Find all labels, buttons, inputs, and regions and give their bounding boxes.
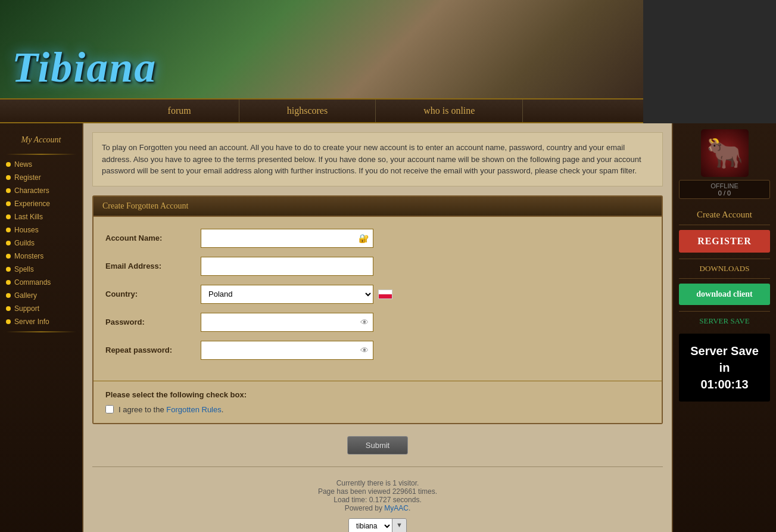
theme-select[interactable]: tibiana: [349, 519, 392, 533]
sidebar-dot-news: [6, 162, 11, 167]
sidebar-label-experience: Experience: [14, 200, 50, 208]
footer-visitors: Currently there is 1 visitor.: [104, 479, 651, 487]
server-save-line2: in: [685, 359, 764, 376]
sidebar-item-monsters[interactable]: Monsters: [0, 250, 82, 263]
sidebar-label-spells: Spells: [14, 265, 34, 273]
status-label: OFFLINE: [681, 182, 768, 189]
nav-highscores-item[interactable]: highscores: [239, 99, 376, 122]
repeat-password-eye-icon: 👁: [360, 346, 369, 355]
sidebar-item-register[interactable]: Register: [0, 171, 82, 184]
password-wrapper: 👁: [201, 313, 373, 332]
theme-selector[interactable]: tibiana ▼: [348, 518, 407, 533]
account-name-wrapper: 🔐: [201, 229, 373, 248]
server-save-line1: Server Save: [685, 343, 764, 359]
agree-text: I agree to the Forgotten Rules.: [119, 405, 223, 414]
sidebar-item-commands[interactable]: Commands: [0, 276, 82, 289]
sidebar-item-houses[interactable]: Houses: [0, 223, 82, 237]
sidebar-item-characters[interactable]: Characters: [0, 184, 82, 197]
account-name-label: Account Name:: [105, 234, 201, 242]
sidebar-dot-server-info: [6, 319, 11, 324]
sidebar-label-support: Support: [14, 304, 39, 313]
sidebar-dot-houses: [6, 228, 11, 232]
repeat-password-row: Repeat password: 👁: [105, 341, 650, 360]
sidebar-dot-spells: [6, 267, 11, 272]
poland-flag-icon: [378, 290, 392, 299]
sidebar-label-gallery: Gallery: [14, 291, 37, 300]
status-bar: OFFLINE 0 / 0: [679, 180, 770, 199]
sidebar-dot-gallery: [6, 293, 11, 298]
character-avatar: 🐂: [701, 129, 749, 177]
sidebar-item-support[interactable]: Support: [0, 302, 82, 315]
nav-who-online-item[interactable]: who is online: [376, 99, 523, 122]
sidebar-dot-register: [6, 175, 11, 180]
main-content: To play on Forgotten you need an account…: [83, 123, 672, 532]
sidebar-bottom-divider: [6, 331, 76, 332]
sidebar-label-commands: Commands: [14, 278, 51, 287]
sidebar-item-server-info[interactable]: Server Info: [0, 315, 82, 328]
sidebar-label-monsters: Monsters: [14, 252, 43, 260]
sidebar-label-houses: Houses: [14, 226, 39, 234]
sidebar-top-divider: [6, 154, 76, 155]
sidebar-dot-experience: [6, 201, 11, 206]
account-name-input[interactable]: [201, 229, 373, 248]
country-select[interactable]: PolandUnited StatesGermanyFranceBrazilUn…: [201, 285, 373, 304]
sidebar-item-guilds[interactable]: Guilds: [0, 237, 82, 250]
intro-text: To play on Forgotten you need an account…: [92, 132, 663, 186]
theme-dropdown-arrow[interactable]: ▼: [392, 519, 406, 533]
rules-link[interactable]: Forgotten Rules: [166, 405, 222, 414]
header-banner: Tibiana: [0, 0, 643, 98]
password-eye-icon: 👁: [360, 318, 369, 327]
create-account-form: Create Forgotten Account Account Name: 🔐…: [92, 195, 663, 424]
password-row: Password: 👁: [105, 313, 650, 332]
account-name-row: Account Name: 🔐: [105, 229, 650, 248]
nav-forum-item[interactable]: forum: [120, 99, 239, 122]
sidebar-label-server-info: Server Info: [14, 318, 49, 326]
sidebar-item-experience[interactable]: Experience: [0, 197, 82, 210]
password-input[interactable]: [201, 313, 373, 332]
sidebar-dot-last-kills: [6, 214, 11, 219]
site-logo: Tibiana: [12, 43, 157, 92]
email-label: Email Address:: [105, 262, 201, 270]
sidebar-dot-support: [6, 306, 11, 311]
myaac-link[interactable]: MyAAC: [384, 504, 409, 512]
submit-button[interactable]: Submit: [347, 436, 408, 455]
right-panel: 🐂 OFFLINE 0 / 0 Create Account Register …: [672, 123, 776, 532]
sidebar-label-guilds: Guilds: [14, 239, 35, 247]
sidebar-label-news: News: [14, 160, 32, 169]
form-title: Create Forgotten Account: [94, 197, 662, 217]
navigation: forum highscores who is online: [0, 98, 643, 123]
sidebar-dot-commands: [6, 280, 11, 285]
server-save-title: Server Save: [679, 311, 770, 331]
downloads-title: Downloads: [679, 259, 770, 279]
footer-load-time: Load time: 0.1727 seconds.: [104, 496, 651, 504]
sidebar-dot-characters: [6, 188, 11, 193]
repeat-password-wrapper: 👁: [201, 341, 373, 360]
agree-checkbox[interactable]: [105, 405, 114, 413]
checkbox-section-title: Please select the following check box:: [105, 390, 650, 399]
sidebar-item-news[interactable]: News: [0, 158, 82, 171]
country-label: Country:: [105, 290, 201, 298]
character-avatar-icon: 🐂: [706, 136, 743, 170]
account-name-icon: 🔐: [359, 234, 369, 243]
register-button[interactable]: Register: [679, 230, 770, 253]
sidebar-item-gallery[interactable]: Gallery: [0, 289, 82, 302]
email-wrapper: [201, 257, 373, 276]
password-label: Password:: [105, 318, 201, 326]
sidebar: My Account News Register Characters Expe…: [0, 123, 83, 532]
create-account-panel-title: Create Account: [679, 205, 770, 225]
sidebar-label-register: Register: [14, 173, 41, 182]
server-save-countdown: Server Save in 01:00:13: [679, 334, 770, 402]
checkbox-section: Please select the following check box: I…: [94, 381, 662, 423]
sidebar-label-characters: Characters: [14, 186, 49, 195]
status-count: 0 / 0: [681, 189, 768, 197]
email-input[interactable]: [201, 257, 373, 276]
footer-views: Page has been viewed 229661 times.: [104, 487, 651, 496]
sidebar-item-spells[interactable]: Spells: [0, 263, 82, 276]
footer-powered: Powered by MyAAC.: [104, 504, 651, 512]
sidebar-item-last-kills[interactable]: Last Kills: [0, 210, 82, 223]
repeat-password-input[interactable]: [201, 341, 373, 360]
sidebar-label-last-kills: Last Kills: [14, 213, 43, 221]
server-save-time: 01:00:13: [685, 376, 764, 393]
character-area: 🐂 OFFLINE 0 / 0: [679, 129, 770, 199]
download-client-button[interactable]: download client: [679, 284, 770, 305]
